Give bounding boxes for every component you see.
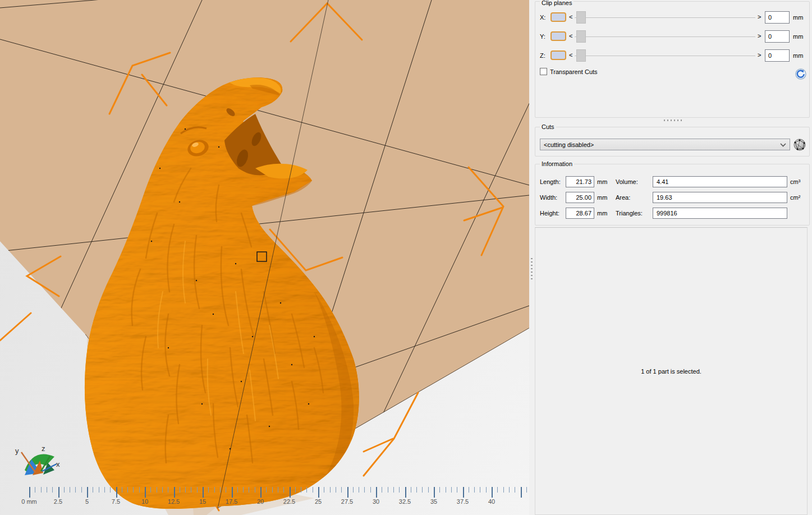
triangles-value-input[interactable] bbox=[653, 208, 787, 219]
clip-x-label: X: bbox=[540, 14, 545, 21]
info-row-length: Length: mm Volume: cm³ bbox=[535, 176, 809, 187]
height-label: Height: bbox=[540, 210, 559, 217]
width-label: Width: bbox=[540, 194, 557, 201]
clip-z-label: Z: bbox=[540, 52, 545, 59]
3d-scene: y z x bbox=[0, 0, 529, 515]
netfabb-window: y z x 0 mm2.557.51012.51517.52022.52527.… bbox=[0, 0, 812, 515]
clip-y-toggle-button[interactable] bbox=[550, 31, 566, 41]
reset-clip-button[interactable] bbox=[795, 68, 806, 80]
cutting-mode-value: <cutting disabled> bbox=[544, 141, 594, 148]
orientation-axes-widget: y z x bbox=[15, 444, 60, 475]
clip-y-value-input[interactable] bbox=[765, 30, 790, 43]
3d-viewport[interactable]: y z x 0 mm2.557.51012.51517.52022.52527.… bbox=[0, 0, 529, 515]
clip-y-unit: mm bbox=[793, 33, 803, 40]
width-value-input[interactable] bbox=[566, 192, 594, 203]
information-title: Information bbox=[540, 160, 574, 167]
axis-x-label: x bbox=[56, 460, 60, 468]
volume-label: Volume: bbox=[616, 178, 638, 185]
clip-x-slider-track[interactable] bbox=[575, 17, 755, 18]
cutting-mode-dropdown[interactable]: <cutting disabled> bbox=[540, 139, 790, 150]
clip-planes-group: Clip planes X: < > mm Y: < > mm Z: < bbox=[535, 1, 810, 118]
area-unit: cm² bbox=[790, 194, 800, 201]
triangles-label: Triangles: bbox=[616, 210, 643, 217]
axis-z-label: z bbox=[42, 444, 45, 453]
width-unit: mm bbox=[597, 194, 607, 201]
selection-status-text: 1 of 1 part is selected. bbox=[641, 368, 701, 375]
panel-splitter[interactable] bbox=[529, 0, 535, 515]
area-label: Area: bbox=[616, 194, 630, 201]
clip-x-slider-thumb[interactable] bbox=[576, 11, 586, 24]
height-value-input[interactable] bbox=[566, 208, 594, 219]
cuts-group: Cuts <cutting disabled> bbox=[535, 127, 810, 157]
transparent-cuts-checkbox[interactable]: Transparent Cuts bbox=[540, 68, 598, 75]
area-value-input[interactable] bbox=[653, 192, 787, 203]
height-unit: mm bbox=[597, 210, 607, 217]
clip-z-slider-thumb[interactable] bbox=[576, 49, 586, 62]
clip-planes-title: Clip planes bbox=[540, 0, 574, 6]
info-row-height: Height: mm Triangles: bbox=[535, 208, 809, 219]
splitter-grip-icon bbox=[531, 258, 533, 279]
clip-z-toggle-button[interactable] bbox=[550, 50, 566, 60]
clip-y-slider-track[interactable] bbox=[575, 36, 755, 37]
clip-z-step-up-icon[interactable]: > bbox=[758, 52, 761, 58]
length-value-input[interactable] bbox=[566, 176, 594, 187]
info-row-width: Width: mm Area: cm² bbox=[535, 192, 809, 203]
transparent-cuts-label: Transparent Cuts bbox=[550, 68, 598, 75]
clip-z-value-input[interactable] bbox=[765, 49, 790, 62]
clip-y-slider-thumb[interactable] bbox=[576, 30, 586, 43]
clip-y-label: Y: bbox=[540, 33, 545, 40]
clip-x-step-down-icon[interactable]: < bbox=[569, 13, 572, 20]
clip-z-unit: mm bbox=[793, 52, 803, 59]
length-label: Length: bbox=[540, 178, 561, 185]
clip-plane-z-row: Z: < > mm bbox=[535, 49, 809, 63]
reset-arrow-icon bbox=[795, 68, 806, 80]
faceted-sphere-icon bbox=[793, 137, 806, 151]
axis-y-label: y bbox=[15, 447, 19, 455]
volume-unit: cm³ bbox=[790, 178, 800, 185]
selection-status-panel: 1 of 1 part is selected. bbox=[535, 227, 808, 515]
clip-y-step-down-icon[interactable]: < bbox=[569, 33, 572, 39]
chevron-down-icon bbox=[780, 141, 786, 148]
cuts-title: Cuts bbox=[540, 123, 556, 130]
section-splitter[interactable] bbox=[664, 119, 683, 121]
clip-x-step-up-icon[interactable]: > bbox=[758, 13, 761, 20]
volume-value-input[interactable] bbox=[653, 176, 787, 187]
clip-y-step-up-icon[interactable]: > bbox=[758, 33, 761, 39]
cut-sphere-button[interactable] bbox=[793, 137, 806, 151]
clip-x-unit: mm bbox=[793, 14, 803, 21]
length-unit: mm bbox=[597, 178, 607, 185]
clip-plane-x-row: X: < > mm bbox=[535, 11, 809, 25]
clip-x-value-input[interactable] bbox=[765, 11, 790, 24]
clip-plane-y-row: Y: < > mm bbox=[535, 30, 809, 44]
clip-z-slider-track[interactable] bbox=[575, 56, 755, 56]
clip-x-toggle-button[interactable] bbox=[550, 12, 566, 22]
checkbox-icon[interactable] bbox=[540, 68, 547, 75]
clip-z-step-down-icon[interactable]: < bbox=[569, 52, 572, 58]
information-group: Information Length: mm Volume: cm³ Width… bbox=[535, 164, 810, 226]
